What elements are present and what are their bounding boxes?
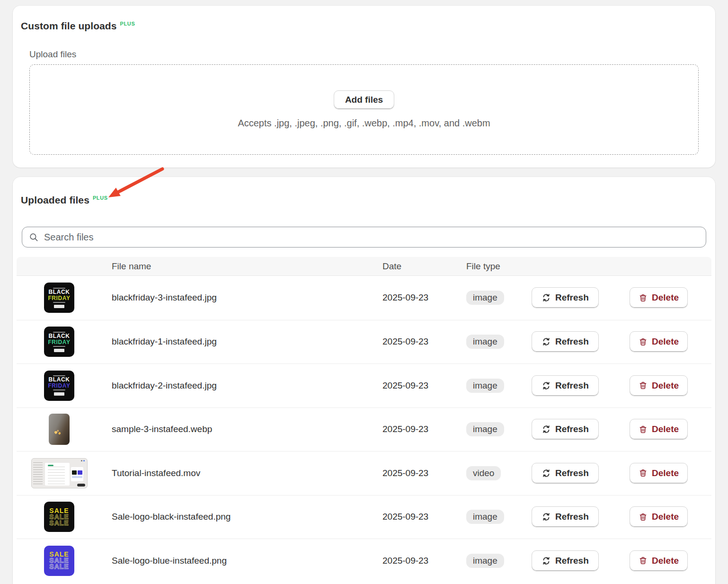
delete-button-label: Delete [652, 468, 679, 478]
file-date: 2025-09-23 [382, 512, 466, 522]
refresh-button[interactable]: Refresh [532, 331, 599, 352]
plus-plan-badge: PLUS [120, 20, 135, 27]
file-name: blackfriday-3-instafeed.jpg [102, 292, 382, 303]
delete-button[interactable]: Delete [630, 419, 688, 440]
table-row: SALESALESALE Sale-logo-blue-instafeed.pn… [17, 539, 711, 583]
delete-button[interactable]: Delete [630, 550, 688, 571]
file-type-badge: image [466, 422, 504, 436]
file-thumbnail: BLACKFRIDAY [44, 327, 74, 357]
file-type-badge: image [466, 335, 504, 349]
upload-files-label: Upload files [29, 49, 711, 60]
file-type-badge: image [466, 379, 504, 393]
file-thumbnail [31, 458, 88, 488]
search-icon [28, 232, 39, 242]
delete-button-label: Delete [652, 292, 679, 303]
table-header-row: File name Date File type [17, 257, 711, 276]
file-date: 2025-09-23 [382, 292, 466, 303]
file-date: 2025-09-23 [382, 380, 466, 391]
file-thumbnail: BLACKFRIDAY [44, 283, 74, 313]
delete-button[interactable]: Delete [630, 287, 688, 308]
column-file-name: File name [102, 261, 382, 272]
trash-icon [639, 337, 648, 346]
table-row: sample-3-instafeed.webp 2025-09-23 image… [17, 407, 711, 451]
file-thumbnail: SALESALESALE [44, 502, 74, 532]
delete-button-label: Delete [652, 336, 679, 347]
delete-button-label: Delete [652, 424, 679, 434]
trash-icon [639, 425, 648, 434]
refresh-icon [542, 425, 551, 434]
refresh-button[interactable]: Refresh [532, 463, 599, 484]
refresh-button[interactable]: Refresh [532, 375, 599, 396]
delete-button-label: Delete [652, 380, 679, 391]
delete-button[interactable]: Delete [630, 506, 688, 527]
refresh-button-label: Refresh [555, 512, 589, 522]
delete-button[interactable]: Delete [630, 375, 688, 396]
delete-button[interactable]: Delete [630, 463, 688, 484]
trash-icon [639, 556, 648, 565]
refresh-button[interactable]: Refresh [532, 550, 599, 571]
refresh-button-label: Refresh [555, 380, 589, 391]
file-type-badge: image [466, 510, 504, 524]
delete-button-label: Delete [652, 512, 679, 522]
accepted-formats-text: Accepts .jpg, .jpeg, .png, .gif, .webp, … [238, 118, 490, 129]
column-date: Date [382, 261, 466, 272]
refresh-button-label: Refresh [555, 424, 589, 434]
delete-button[interactable]: Delete [630, 331, 688, 352]
trash-icon [639, 293, 648, 302]
refresh-icon [542, 337, 551, 346]
file-type-badge: image [466, 554, 504, 568]
refresh-icon [542, 469, 551, 478]
file-thumbnail: SALESALESALE [44, 546, 74, 576]
card-title: Custom file uploads [21, 20, 117, 32]
uploaded-files-card: Uploaded files PLUS File name Date File … [13, 177, 715, 584]
refresh-icon [542, 556, 551, 566]
card-title: Uploaded files [21, 194, 89, 206]
file-type-badge: image [466, 291, 504, 305]
table-row: BLACKFRIDAY blackfriday-2-instafeed.jpg … [17, 363, 711, 407]
refresh-button-label: Refresh [555, 336, 589, 347]
refresh-icon [542, 381, 551, 390]
table-row: SALESALESALE Sale-logo-black-instafeed.p… [17, 495, 711, 539]
plus-plan-badge: PLUS [93, 195, 108, 201]
page: Custom file uploads PLUS Upload files Ad… [0, 0, 728, 584]
file-name: Sale-logo-black-instafeed.png [102, 512, 382, 522]
refresh-button-label: Refresh [555, 292, 589, 303]
table-row: BLACKFRIDAY blackfriday-1-instafeed.jpg … [17, 320, 711, 364]
file-dropzone[interactable]: Add files Accepts .jpg, .jpeg, .png, .gi… [29, 64, 699, 155]
file-date: 2025-09-23 [382, 336, 466, 347]
refresh-button-label: Refresh [555, 468, 589, 478]
trash-icon [639, 469, 648, 478]
table-row: BLACKFRIDAY blackfriday-3-instafeed.jpg … [17, 276, 711, 320]
table-body: BLACKFRIDAY blackfriday-3-instafeed.jpg … [17, 276, 711, 583]
refresh-icon [542, 293, 551, 302]
refresh-button-label: Refresh [555, 556, 589, 566]
file-date: 2025-09-23 [382, 468, 466, 478]
custom-file-uploads-card: Custom file uploads PLUS Upload files Ad… [13, 6, 715, 168]
refresh-button[interactable]: Refresh [532, 506, 599, 527]
file-name: blackfriday-1-instafeed.jpg [102, 336, 382, 347]
search-input[interactable] [22, 227, 706, 248]
file-date: 2025-09-23 [382, 556, 466, 566]
table-row: Tutorial-instafeed.mov 2025-09-23 video … [17, 451, 711, 495]
column-file-type: File type [466, 261, 532, 272]
file-name: blackfriday-2-instafeed.jpg [102, 380, 382, 391]
file-thumbnail: BLACKFRIDAY [44, 371, 74, 401]
trash-icon [639, 513, 648, 522]
uploaded-files-table: File name Date File type BLACKFRIDAY bla… [17, 257, 711, 583]
file-name: Sale-logo-blue-instafeed.png [102, 556, 382, 566]
file-name: Tutorial-instafeed.mov [102, 468, 382, 478]
file-date: 2025-09-23 [382, 424, 466, 434]
file-type-badge: video [466, 466, 501, 480]
delete-button-label: Delete [652, 556, 679, 566]
refresh-button[interactable]: Refresh [532, 419, 599, 440]
trash-icon [639, 381, 648, 390]
refresh-icon [542, 512, 551, 522]
file-name: sample-3-instafeed.webp [102, 424, 382, 434]
file-thumbnail [49, 414, 70, 445]
refresh-button[interactable]: Refresh [532, 287, 599, 308]
add-files-button[interactable]: Add files [334, 90, 394, 109]
